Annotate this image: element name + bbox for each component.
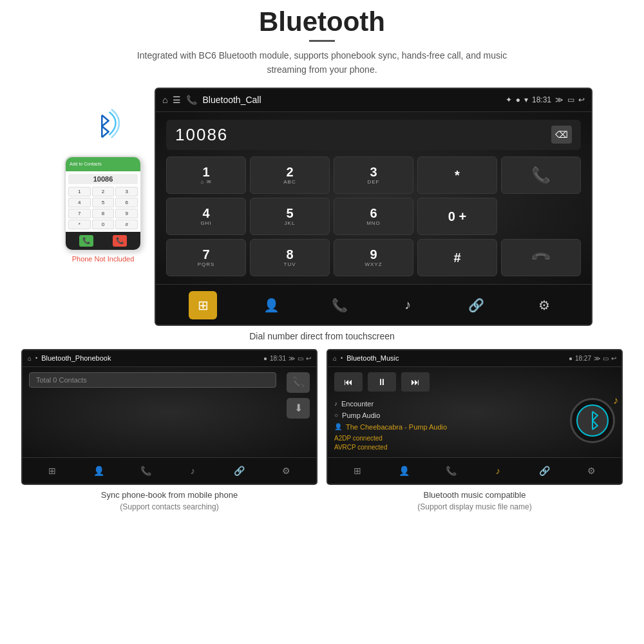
back-icon[interactable]: ↩	[578, 95, 585, 104]
phone-key-8[interactable]: 8	[92, 209, 115, 218]
main-bottom-nav: ⊞ 👤 📞 ♪ 🔗 ⚙	[156, 284, 591, 325]
phonebook-caption-line1: Sync phone-book from mobile phone	[101, 489, 238, 502]
pb-nav-call[interactable]: 📞	[137, 461, 156, 480]
mu-nav-call[interactable]: 📞	[442, 461, 461, 480]
phonebook-call-button[interactable]: 📞	[287, 372, 310, 393]
album-inner	[576, 404, 609, 437]
bluetooth-status-icon: ✦	[506, 95, 512, 104]
music-track-list: ♪ Encounter ○ Pump Audio 👤 The Cheebacab…	[334, 398, 564, 451]
phone-key-1[interactable]: 1	[68, 187, 91, 196]
home-icon[interactable]: ⌂	[162, 95, 167, 105]
nav-settings-button[interactable]: ⚙	[530, 291, 558, 319]
mu-window-icon[interactable]: ▭	[603, 355, 609, 362]
call-button[interactable]: 📞	[501, 156, 581, 194]
phone-key-2[interactable]: 2	[92, 187, 115, 196]
phone-top-bar: Add to Contacts	[66, 157, 140, 171]
track-name-2: Pump Audio	[342, 412, 380, 419]
main-screen-body: 10086 ⌫ 1⌂ ✉ 2ABC 3DEF *	[156, 112, 591, 284]
ph-home-icon[interactable]: ⌂	[28, 355, 32, 362]
nav-contacts-button[interactable]: 👤	[257, 291, 285, 319]
main-caption: Dial number direct from touchscreen	[249, 331, 395, 341]
music-caption-line1: Bluetooth music compatible	[417, 489, 531, 502]
phone-key-3[interactable]: 3	[115, 187, 138, 196]
backspace-button[interactable]: ⌫	[551, 126, 572, 144]
expand-icon: ≫	[555, 95, 564, 104]
phone-key-star[interactable]: *	[68, 220, 91, 229]
key-8[interactable]: 8TUV	[250, 239, 330, 276]
mu-nav-contacts[interactable]: 👤	[395, 461, 414, 480]
phone-key-hash[interactable]: #	[115, 220, 138, 229]
title-divider	[309, 40, 335, 42]
wifi-icon: ▾	[524, 95, 528, 104]
phone-screen: 10086 1 2 3 4 5 6 7 8 9 * 0 #	[66, 171, 140, 232]
track-item-3[interactable]: 👤 The Cheebacabra - Pump Audio	[334, 421, 564, 433]
phone-call-button[interactable]: 📞	[79, 235, 93, 247]
key-0plus[interactable]: 0 +	[417, 198, 497, 235]
nav-link-button[interactable]: 🔗	[462, 291, 490, 319]
music-album-art: ♪	[570, 398, 615, 443]
nav-keypad-button[interactable]: ⊞	[189, 291, 217, 319]
pb-nav-contacts[interactable]: 👤	[90, 461, 109, 480]
car-screen-main: ⌂ ☰ 📞 Bluetooth_Call ✦ ● ▾ 18:31 ≫ ▭ ↩ 1…	[155, 88, 592, 326]
mu-signal-icon: ●	[569, 355, 573, 362]
phone-key-5[interactable]: 5	[92, 198, 115, 207]
key-star[interactable]: *	[417, 156, 497, 194]
phone-key-4[interactable]: 4	[68, 198, 91, 207]
window-icon[interactable]: ▭	[567, 95, 574, 104]
music-pause-button[interactable]: ⏸	[368, 372, 396, 392]
track-icon-2: ○	[334, 412, 338, 419]
phonebook-import-button[interactable]: ⬇	[287, 398, 310, 419]
mu-back-icon[interactable]: ↩	[611, 355, 616, 362]
music-header: ⌂ • Bluetooth_Music ● 18:27 ≫ ▭ ↩	[328, 350, 621, 367]
pb-nav-music[interactable]: ♪	[183, 461, 202, 480]
phone-key-7[interactable]: 7	[68, 209, 91, 218]
mu-nav-link[interactable]: 🔗	[535, 461, 554, 480]
menu-icon[interactable]: ☰	[173, 95, 181, 105]
phonebook-screen-wrapper: ⌂ • Bluetooth_Phonebook ● 18:31 ≫ ▭ ↩	[21, 349, 317, 513]
page-subtitle: Integrated with BC6 Bluetooth module, su…	[129, 48, 515, 77]
key-4[interactable]: 4GHI	[166, 198, 246, 235]
phone-not-included-label: Phone Not Included	[72, 255, 135, 263]
end-button[interactable]: 📞	[501, 239, 581, 276]
mu-nav-music[interactable]: ♪	[488, 461, 507, 480]
ph-time: 18:31	[270, 355, 286, 362]
pb-nav-link[interactable]: 🔗	[230, 461, 249, 480]
phone-key-6[interactable]: 6	[115, 198, 138, 207]
key-1[interactable]: 1⌂ ✉	[166, 156, 246, 194]
nav-call-button[interactable]: 📞	[325, 291, 354, 319]
track-item-2[interactable]: ○ Pump Audio	[334, 410, 564, 421]
key-2[interactable]: 2ABC	[250, 156, 330, 194]
ph-signal-icon: ●	[263, 355, 267, 362]
phonebook-action-buttons: 📞 ⬇	[287, 372, 310, 419]
key-9[interactable]: 9WXYZ	[334, 239, 413, 276]
phone-end-button[interactable]: 📞	[113, 235, 127, 247]
key-5[interactable]: 5JKL	[250, 198, 330, 235]
pb-nav-settings[interactable]: ⚙	[277, 461, 296, 480]
phone-bottom-bar: 📞 📞	[66, 232, 140, 250]
mu-dot-icon: •	[341, 355, 343, 361]
phone-key-9[interactable]: 9	[115, 209, 138, 218]
pb-nav-keypad[interactable]: ⊞	[43, 461, 62, 480]
album-bluetooth-icon	[583, 410, 602, 431]
music-prev-button[interactable]: ⏮	[334, 372, 363, 392]
ph-window-icon[interactable]: ▭	[298, 355, 303, 362]
track-icon-1: ♪	[334, 400, 337, 407]
music-note-icon: ♪	[613, 395, 618, 406]
key-7[interactable]: 7PQRS	[166, 239, 246, 276]
key-6[interactable]: 6MNO	[334, 198, 413, 235]
nav-music-button[interactable]: ♪	[393, 291, 422, 319]
ph-back-icon[interactable]: ↩	[306, 355, 311, 362]
mu-nav-keypad[interactable]: ⊞	[348, 461, 367, 480]
music-next-button[interactable]: ⏭	[401, 372, 430, 392]
phone-key-0[interactable]: 0	[92, 220, 115, 229]
main-screen-time: 18:31	[532, 95, 551, 104]
phone-mockup: Add to Contacts 10086 1 2 3 4 5 6 7 8 9 …	[64, 156, 142, 251]
mu-nav-settings[interactable]: ⚙	[582, 461, 601, 480]
key-3[interactable]: 3DEF	[334, 156, 413, 194]
phonebook-search-field[interactable]: Total 0 Contacts	[29, 372, 276, 388]
track-item-1[interactable]: ♪ Encounter	[334, 398, 564, 410]
mu-home-icon[interactable]: ⌂	[333, 355, 337, 362]
key-hash[interactable]: #	[417, 239, 497, 276]
music-screen: ⌂ • Bluetooth_Music ● 18:27 ≫ ▭ ↩ ⏮	[327, 349, 623, 485]
phone-keypad: 1 2 3 4 5 6 7 8 9 * 0 #	[68, 187, 138, 229]
